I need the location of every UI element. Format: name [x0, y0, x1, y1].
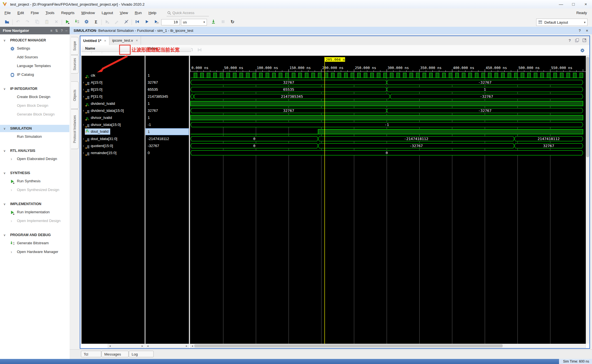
- name-column-header[interactable]: Name: [81, 45, 148, 52]
- menu-reports[interactable]: Reports: [58, 8, 78, 17]
- sidebar-item-generate-bitstream[interactable]: 0110Generate Bitstream: [0, 239, 70, 247]
- open-project-button[interactable]: [2, 19, 12, 26]
- quick-access-search[interactable]: Quick Access: [167, 10, 209, 16]
- menu-flow[interactable]: Flow: [27, 8, 42, 17]
- console-tab-tcl-console[interactable]: Tcl Console: [81, 351, 101, 357]
- signal-value-divisor_tvalid[interactable]: 1: [145, 114, 189, 121]
- expand-all-icon[interactable]: ⇅: [55, 29, 58, 33]
- waveform-plot-area[interactable]: 0.000 ns50.000 ns100.000 ns150.000 ns200…: [190, 56, 586, 344]
- sidebar-section-rtl-analysis[interactable]: ∨RTL ANALYSIS: [0, 147, 70, 154]
- menu-window[interactable]: Window: [78, 8, 98, 17]
- help-icon[interactable]: ?: [61, 29, 63, 33]
- run-all-button[interactable]: [142, 19, 152, 26]
- waveform-svg[interactable]: 0.000 ns50.000 ns100.000 ns150.000 ns200…: [190, 56, 586, 344]
- sidebar-item-run-implementation[interactable]: Run Implementation: [0, 208, 70, 216]
- run-time-input[interactable]: 10: [161, 19, 180, 25]
- side-tab-sources[interactable]: Sources: [71, 55, 79, 74]
- vertical-scrollbar[interactable]: [586, 56, 589, 344]
- maximize-window-icon[interactable]: [582, 38, 587, 43]
- signal-value-divisor_tdata150[interactable]: -1: [145, 121, 189, 128]
- maximize-button[interactable]: □: [567, 0, 580, 8]
- time-unit-select[interactable]: us ▾: [181, 19, 207, 26]
- value-column-hscrollbar[interactable]: ◂ ▸: [145, 344, 189, 348]
- expand-icon[interactable]: ›: [83, 93, 84, 100]
- menu-file[interactable]: File: [1, 8, 14, 17]
- console-tab-log[interactable]: Log: [129, 351, 154, 357]
- wave-tab-untitled-1-[interactable]: Untitled 1*×: [80, 36, 109, 45]
- sidebar-item-open-elaborated-design[interactable]: ›Open Elaborated Design: [0, 155, 70, 163]
- expand-icon[interactable]: ›: [83, 149, 84, 156]
- menu-help[interactable]: Help: [145, 8, 160, 17]
- signal-value-a150[interactable]: 32767: [145, 79, 189, 86]
- close-tab-icon[interactable]: ×: [104, 36, 106, 45]
- signal-row-dout_tvalid[interactable]: dout_tvalid: [81, 128, 145, 135]
- close-tab-icon[interactable]: ×: [136, 36, 138, 45]
- value-column-header[interactable]: Value: [145, 45, 191, 52]
- expand-icon[interactable]: ›: [83, 107, 84, 114]
- signal-row-clk[interactable]: clk: [81, 72, 145, 79]
- sidebar-section-program-and-debug[interactable]: ∨PROGRAM AND DEBUG: [0, 231, 70, 239]
- close-panel-icon[interactable]: ×: [586, 28, 588, 33]
- chevron-right-icon[interactable]: ›: [11, 155, 12, 163]
- chevron-right-icon[interactable]: ›: [11, 217, 12, 225]
- signal-value-dout_tvalid[interactable]: 1: [145, 128, 189, 135]
- scroll-right-icon[interactable]: ▸: [140, 344, 144, 348]
- restart-simulation-button[interactable]: [132, 19, 142, 26]
- name-column-hscrollbar[interactable]: ◂ ▸: [108, 344, 145, 348]
- wave-settings-gear-button[interactable]: [578, 47, 587, 55]
- signal-row-b150[interactable]: ›B[15:0]: [81, 86, 145, 93]
- cancel-x-button[interactable]: [122, 19, 131, 26]
- signal-value-dividend_tvalid[interactable]: 1: [145, 100, 189, 107]
- chevron-right-icon[interactable]: ›: [11, 248, 12, 256]
- minimize-panel-icon[interactable]: ‒: [65, 29, 67, 33]
- report-sigma-button[interactable]: Σ: [91, 19, 101, 26]
- minimize-button[interactable]: —: [555, 0, 567, 8]
- menu-tools[interactable]: Tools: [42, 8, 58, 17]
- help-icon[interactable]: ?: [567, 38, 572, 43]
- sidebar-item-run-simulation[interactable]: Run Simulation: [0, 133, 70, 140]
- signal-row-dividend_tdata150[interactable]: ›dividend_tdata[15:0]: [81, 107, 145, 114]
- signal-row-dividend_tvalid[interactable]: dividend_tvalid: [81, 100, 145, 107]
- signal-row-divisor_tvalid[interactable]: divisor_tvalid: [81, 114, 145, 121]
- sidebar-item-open-hardware-manager[interactable]: ›Open Hardware Manager: [0, 248, 70, 256]
- signal-value-dout_tdata310[interactable]: -2147418112: [145, 135, 189, 142]
- generate-bitstream-button[interactable]: 0110: [72, 19, 82, 26]
- menu-run[interactable]: Run: [131, 8, 145, 17]
- collapse-icon[interactable]: ≡: [50, 29, 52, 33]
- chevron-right-icon[interactable]: ›: [11, 186, 12, 194]
- scroll-left-icon[interactable]: ◂: [146, 344, 150, 348]
- expand-icon[interactable]: ›: [83, 121, 84, 128]
- signal-value-remainder150[interactable]: 0: [145, 149, 189, 156]
- signal-value-quotient150[interactable]: -32767: [145, 142, 189, 149]
- float-window-icon[interactable]: [575, 38, 579, 43]
- expand-icon[interactable]: ›: [83, 79, 84, 86]
- sidebar-section-ip-integrator[interactable]: ∨IP INTEGRATOR: [0, 85, 70, 92]
- side-tab-scope[interactable]: Scope: [71, 37, 79, 55]
- sidebar-item-add-sources[interactable]: Add Sources: [0, 54, 70, 61]
- close-button[interactable]: ×: [580, 0, 592, 8]
- side-tab-objects[interactable]: Objects: [71, 81, 79, 109]
- side-tab-protocol-instances[interactable]: Protocol Instances: [71, 109, 79, 149]
- sidebar-section-synthesis[interactable]: ∨SYNTHESIS: [0, 169, 70, 177]
- scrollbar-thumb[interactable]: [586, 57, 589, 157]
- sidebar-section-project-manager[interactable]: ∨PROJECT MANAGER: [0, 37, 70, 44]
- expand-icon[interactable]: ›: [83, 135, 84, 142]
- scroll-left-icon[interactable]: ◂: [190, 344, 194, 348]
- sidebar-item-settings[interactable]: Settings: [0, 45, 70, 52]
- signal-row-remainder150[interactable]: ›remainder[15:0]: [81, 149, 145, 156]
- sidebar-item-language-templates[interactable]: Language Templates: [0, 62, 70, 70]
- wave-hscrollbar[interactable]: ◂: [190, 344, 586, 348]
- signal-value-dividend_tdata150[interactable]: 32767: [145, 107, 189, 114]
- relaunch-button[interactable]: ↻: [228, 19, 237, 26]
- scroll-right-icon[interactable]: ▸: [185, 344, 189, 348]
- sidebar-item-ip-catalog[interactable]: IP Catalog: [0, 71, 70, 78]
- signal-row-p310[interactable]: ›P[31:0]: [81, 93, 145, 100]
- expand-icon[interactable]: ›: [83, 142, 84, 149]
- run-button[interactable]: [63, 19, 72, 26]
- signal-row-dout_tdata310[interactable]: ›dout_tdata[31:0]: [81, 135, 145, 142]
- signal-value-b150[interactable]: 65535: [145, 86, 189, 93]
- sidebar-section-implementation[interactable]: ∨IMPLEMENTATION: [0, 200, 70, 208]
- signal-row-quotient150[interactable]: ›quotient[15:0]: [81, 142, 145, 149]
- menu-layout[interactable]: Layout: [98, 8, 116, 17]
- scrollbar-thumb[interactable]: [194, 344, 503, 347]
